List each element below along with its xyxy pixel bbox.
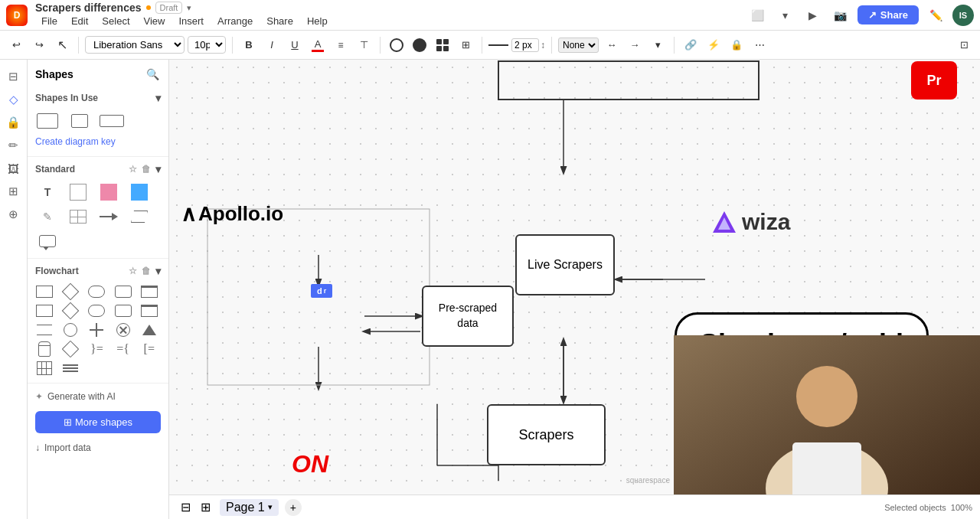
menu-share[interactable]: Share (260, 14, 299, 28)
arrow-options[interactable]: ▾ (648, 35, 668, 55)
fc-diamond2[interactable] (60, 302, 81, 319)
cursor-tool[interactable]: ↖ (52, 35, 72, 55)
user-avatar[interactable]: IS (952, 5, 974, 26)
table-icon[interactable]: ⊞ (3, 181, 24, 202)
fc-diamond3[interactable] (60, 341, 81, 357)
add-page-button[interactable]: + (285, 499, 302, 516)
fc-bracket[interactable]: [= (139, 341, 160, 357)
live-scrapers-box[interactable]: Live Scrapers (515, 234, 615, 295)
fc-brace-end[interactable]: ={ (113, 341, 134, 357)
import-data-button[interactable]: ↓ Import data (28, 438, 168, 458)
shape-rect-3[interactable] (98, 110, 126, 132)
create-diagram-key-link[interactable]: Create diagram key (28, 135, 168, 153)
video-icon[interactable]: 📷 (830, 5, 851, 26)
fc-list[interactable] (60, 360, 81, 377)
fc-rect-r2[interactable] (34, 302, 55, 319)
chevron-down-icon[interactable]: ▾ (187, 3, 191, 13)
pre-scraped-box[interactable]: Pre-scrapeddata (422, 286, 514, 347)
status-badge[interactable]: Draft (155, 2, 183, 14)
colored-rect-shape[interactable] (95, 181, 122, 203)
share-button[interactable]: ↗ Share (858, 5, 919, 24)
redo-button[interactable]: ↪ (29, 35, 49, 55)
valign-button[interactable]: ⊤ (354, 35, 374, 55)
pages-icon[interactable]: ⊟ (3, 66, 24, 87)
fc-cylinder[interactable] (34, 341, 55, 357)
arrow-button[interactable]: → (625, 35, 645, 55)
lightning-button[interactable]: ⚡ (704, 35, 724, 55)
delete-icon[interactable]: 🗑 (142, 164, 151, 175)
text-shape[interactable]: T (34, 181, 61, 203)
fc-process[interactable] (34, 283, 55, 300)
canvas-area[interactable]: dr Live Scrapers Pre-scrapeddata Scraper… (169, 60, 980, 519)
search-button[interactable]: 🔍 (144, 66, 161, 83)
fc-process-r[interactable] (113, 283, 134, 300)
edit-pen-icon[interactable]: ✏ (3, 135, 24, 156)
bottom-grid-icon[interactable]: ⊟ (177, 499, 194, 516)
fc-decision[interactable] (60, 283, 81, 300)
more-shapes-button[interactable]: ⊞ More shapes (35, 411, 161, 433)
collapse-flowchart-icon[interactable]: ▾ (155, 265, 161, 277)
page-tab[interactable]: Page 1 ▾ (220, 499, 279, 516)
menu-arrange[interactable]: Arrange (211, 14, 259, 28)
generate-ai-button[interactable]: ✦ Generate with AI (28, 387, 168, 406)
fc-triangle[interactable] (139, 322, 160, 338)
delete-flowchart-icon[interactable]: 🗑 (142, 266, 151, 276)
fc-rect-r3[interactable] (113, 302, 134, 319)
font-selector[interactable]: Liberation Sans (85, 36, 185, 54)
fc-hex[interactable] (34, 322, 55, 338)
waypoint-select[interactable]: None (558, 38, 599, 53)
line-width-input[interactable] (511, 38, 539, 52)
arrow-shape[interactable] (95, 206, 122, 227)
square-shape[interactable] (64, 181, 92, 203)
present-icon[interactable]: ⬜ (747, 5, 769, 26)
link-button[interactable]: 🔗 (681, 35, 701, 55)
text-color-button[interactable]: A (308, 35, 328, 55)
apollo-logo[interactable]: ∧ Apollo.io (181, 201, 283, 227)
waypoints-icon[interactable]: ⊕ (3, 204, 24, 225)
edit-icon[interactable]: ✏️ (925, 5, 946, 26)
bottom-apps-icon[interactable]: ⊞ (197, 499, 214, 516)
collapse-standard-icon[interactable]: ▾ (155, 163, 161, 175)
menu-insert[interactable]: Insert (172, 14, 210, 28)
fc-rect-d2[interactable] (139, 302, 160, 319)
lock-sidebar-icon[interactable]: 🔒 (3, 112, 24, 133)
undo-button[interactable]: ↩ (6, 35, 26, 55)
circle-outline-tool[interactable] (387, 35, 407, 55)
star-flowchart-icon[interactable]: ☆ (129, 266, 137, 276)
app-logo[interactable]: D (6, 5, 28, 26)
fc-terminal[interactable] (86, 283, 107, 300)
star-icon[interactable]: ☆ (129, 164, 137, 175)
bold-button[interactable]: B (239, 35, 259, 55)
underline-button[interactable]: U (285, 35, 305, 55)
shape-rect-2[interactable] (66, 110, 93, 132)
fc-circle[interactable] (60, 322, 81, 338)
collapse-panel-button[interactable]: ⊡ (954, 35, 974, 55)
menu-file[interactable]: File (35, 14, 64, 28)
menu-view[interactable]: View (138, 14, 172, 28)
fc-table[interactable] (34, 360, 55, 377)
fc-xmark[interactable] (113, 322, 134, 338)
blue-rect-shape[interactable] (126, 181, 153, 203)
fc-io[interactable] (139, 283, 160, 300)
menu-help[interactable]: Help (301, 14, 334, 28)
menu-edit[interactable]: Edit (65, 14, 94, 28)
callout-shape[interactable] (34, 230, 61, 252)
image-icon[interactable]: 🖼 (3, 158, 24, 179)
scrapers-box[interactable]: Scrapers (487, 404, 606, 465)
align-button[interactable]: ≡ (331, 35, 351, 55)
shape-rect-1[interactable] (34, 110, 61, 132)
font-size-selector[interactable]: 10pt (188, 36, 226, 54)
lock-button[interactable]: 🔒 (727, 35, 746, 55)
menu-select[interactable]: Select (96, 14, 136, 28)
pen-shape[interactable]: ✎ (34, 206, 61, 227)
table-shape[interactable] (64, 206, 92, 227)
step-shape[interactable] (126, 206, 153, 227)
collapse-in-use-icon[interactable]: ▾ (155, 92, 161, 104)
table-tool[interactable]: ⊞ (456, 35, 475, 55)
fc-cross[interactable] (86, 322, 107, 338)
more-options-button[interactable]: ⋯ (750, 35, 769, 55)
chevron-down-icon[interactable]: ▾ (775, 5, 796, 26)
fc-round2[interactable] (86, 302, 107, 319)
circle-filled-tool[interactable] (410, 35, 430, 55)
line-style-button[interactable] (488, 35, 508, 55)
